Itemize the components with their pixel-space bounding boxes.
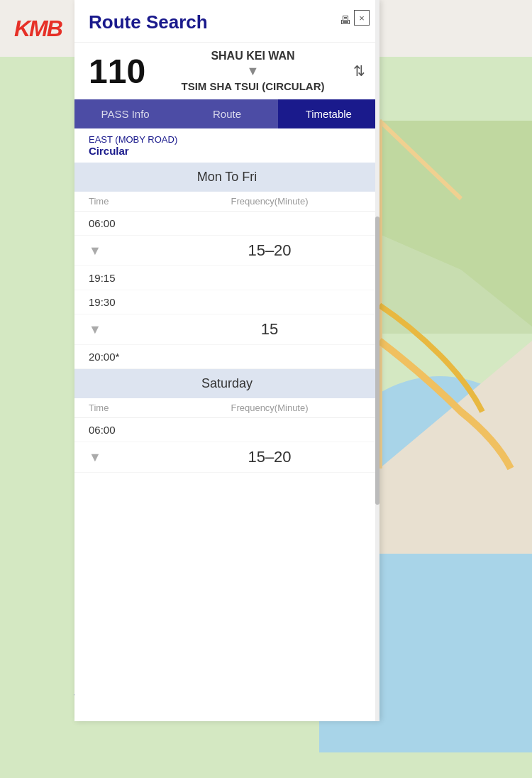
route-to: TSIM SHA TSUI (CIRCULAR) bbox=[160, 80, 346, 92]
time-value: 20:00* bbox=[89, 351, 174, 363]
time-value: 19:15 bbox=[89, 272, 174, 284]
freq-range-value: 15–20 bbox=[174, 241, 365, 260]
last-stop-name: EAST (MOBY ROAD) bbox=[89, 134, 365, 145]
scrollbar-track[interactable] bbox=[375, 0, 379, 721]
table-row: ▼ 15–20 bbox=[74, 236, 379, 266]
mon-fri-header: Mon To Fri bbox=[74, 163, 379, 192]
route-arrow: ▼ bbox=[160, 64, 346, 79]
freq-value: 15 bbox=[174, 320, 365, 339]
print-icon[interactable]: 🖶 bbox=[340, 14, 351, 27]
route-panel: Route Search 🖶 × 110 SHAU KEI WAN ▼ TSIM… bbox=[74, 0, 379, 721]
tab-route[interactable]: Route bbox=[176, 99, 277, 128]
arrow-down-icon: ▼ bbox=[89, 243, 174, 258]
route-info: 110 SHAU KEI WAN ▼ TSIM SHA TSUI (CIRCUL… bbox=[74, 43, 379, 99]
kmb-logo: KMB bbox=[14, 16, 62, 42]
saturday-header: Saturday bbox=[74, 369, 379, 398]
time-col-label: Time bbox=[89, 196, 174, 207]
freq-range-value: 15–20 bbox=[174, 448, 365, 466]
panel-title: Route Search bbox=[89, 11, 365, 33]
time-value: 06:00 bbox=[89, 217, 174, 229]
route-number: 110 bbox=[89, 52, 153, 91]
freq-col-label: Frequency(Minute) bbox=[174, 402, 365, 413]
swap-direction-button[interactable]: ⇅ bbox=[353, 62, 365, 80]
last-stop-info: EAST (MOBY ROAD) Circular bbox=[74, 128, 379, 163]
table-row: ▼ 15 bbox=[74, 314, 379, 345]
table-row: 19:15 bbox=[74, 266, 379, 290]
scrollbar-thumb[interactable] bbox=[375, 217, 379, 505]
freq-col-label: Frequency(Minute) bbox=[174, 196, 365, 207]
time-value: 19:30 bbox=[89, 296, 174, 308]
tabs-bar: PASS Info Route Timetable bbox=[74, 99, 379, 128]
table-row: 06:00 bbox=[74, 212, 379, 236]
tab-timetable[interactable]: Timetable bbox=[278, 99, 379, 128]
arrow-down-icon: ▼ bbox=[89, 450, 174, 465]
panel-header: Route Search 🖶 × bbox=[74, 0, 379, 43]
table-row: 06:00 bbox=[74, 418, 379, 442]
time-value: 06:00 bbox=[89, 424, 174, 436]
mon-fri-col-headers: Time Frequency(Minute) bbox=[74, 192, 379, 212]
tab-pass-info[interactable]: PASS Info bbox=[74, 99, 176, 128]
saturday-col-headers: Time Frequency(Minute) bbox=[74, 398, 379, 418]
table-row: 19:30 bbox=[74, 290, 379, 314]
table-row: ▼ 15–20 bbox=[74, 442, 379, 473]
time-col-label: Time bbox=[89, 402, 174, 413]
close-button[interactable]: × bbox=[354, 10, 370, 26]
table-row: 20:00* bbox=[74, 345, 379, 369]
route-destination: SHAU KEI WAN ▼ TSIM SHA TSUI (CIRCULAR) bbox=[160, 50, 346, 92]
route-from: SHAU KEI WAN bbox=[160, 50, 346, 62]
direction-label: Circular bbox=[89, 145, 365, 157]
arrow-down-icon: ▼ bbox=[89, 322, 174, 337]
timetable-content: EAST (MOBY ROAD) Circular Mon To Fri Tim… bbox=[74, 128, 379, 721]
